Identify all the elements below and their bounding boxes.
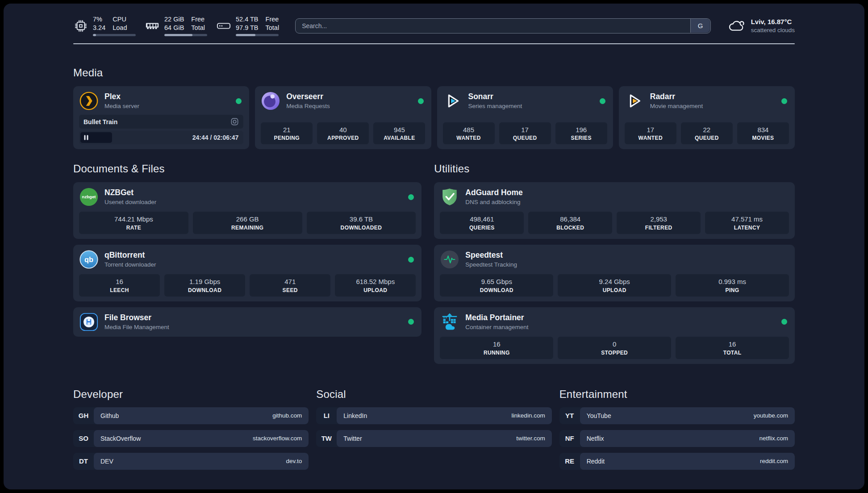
- documents-cards: nzbgetNZBGetUsenet downloader744.21 Mbps…: [73, 182, 421, 337]
- bookmark-name: Netflix: [587, 435, 604, 442]
- stat-box: 47.571 msLATENCY: [705, 212, 789, 234]
- bookmark-reddit[interactable]: RERedditreddit.com: [559, 453, 795, 470]
- service-card-radarr[interactable]: RadarrMovie management17WANTED22QUEUED83…: [619, 86, 795, 149]
- stat-box: 471SEED: [250, 274, 330, 297]
- bookmark-abbr: LI: [316, 407, 337, 424]
- stat-label: PENDING: [263, 135, 311, 141]
- cpu-stat-text: 7%: [93, 15, 105, 24]
- stat-value: 9.24 Gbps: [559, 278, 669, 286]
- stat-value: 39.6 TB: [309, 215, 414, 224]
- disk-stat-text: 52.4 TB: [236, 15, 259, 24]
- service-card-speedtest[interactable]: SpeedtestSpeedtest Tracking9.65 GbpsDOWN…: [434, 245, 795, 301]
- service-card-sonarr[interactable]: SonarrSeries management485WANTED17QUEUED…: [437, 86, 613, 149]
- service-title: Sonarr: [468, 92, 522, 101]
- disk-stat-text: Total: [266, 24, 280, 32]
- service-title: NZBGet: [104, 188, 156, 197]
- bookmark-group-developer: DeveloperGHGithubgithub.comSOStackOverfl…: [73, 388, 309, 470]
- bookmark-stackoverflow[interactable]: SOStackOverflowstackoverflow.com: [73, 430, 309, 447]
- status-dot-online: [781, 98, 787, 104]
- stat-label: REMAINING: [195, 225, 300, 231]
- dashboard: 7%3.24CPULoad22 GiB64 GiBFreeTotal52.4 T…: [4, 4, 864, 489]
- stat-label: APPROVED: [319, 135, 367, 141]
- search-bar[interactable]: G: [295, 18, 711, 33]
- stat-box: 16TOTAL: [676, 337, 789, 359]
- stat-value: 834: [739, 126, 787, 134]
- section-title-media: Media: [73, 67, 795, 79]
- pause-icon[interactable]: [84, 135, 88, 140]
- bookmark-github[interactable]: GHGithubgithub.com: [73, 407, 309, 424]
- service-subtitle: Media File Management: [104, 324, 169, 331]
- bookmark-linkedin[interactable]: LILinkedInlinkedin.com: [316, 407, 551, 424]
- service-card-file-browser[interactable]: File BrowserMedia File Management: [73, 307, 421, 337]
- disk-stat-text: Free: [266, 15, 280, 24]
- stat-box: 9.24 GbpsUPLOAD: [558, 274, 671, 297]
- stat-value: 17: [501, 126, 549, 134]
- status-dot-online: [236, 98, 242, 104]
- stat-value: 485: [445, 126, 493, 134]
- stat-box: 485WANTED: [443, 122, 495, 145]
- bookmark-netflix[interactable]: NFNetflixnetflix.com: [559, 430, 795, 447]
- service-subtitle: Media server: [104, 103, 139, 110]
- service-subtitle: Container management: [465, 324, 528, 331]
- status-dot-online: [781, 319, 787, 325]
- bookmark-twitter[interactable]: TWTwittertwitter.com: [316, 430, 551, 447]
- memory-stat-text: Total: [191, 24, 205, 32]
- qbittorrent-logo: qb: [79, 250, 99, 269]
- disk-stat: 52.4 TB97.9 TBFreeTotal: [216, 15, 279, 36]
- service-card-qbittorrent[interactable]: qbqBittorrentTorrent downloader16LEECH1.…: [73, 245, 421, 301]
- cpu-stat-text: CPU: [113, 15, 127, 24]
- service-card-overseerr[interactable]: OverseerrMedia Requests21PENDING40APPROV…: [255, 86, 431, 149]
- service-card-nzbget[interactable]: nzbgetNZBGetUsenet downloader744.21 Mbps…: [73, 182, 421, 239]
- stat-value: 16: [81, 278, 158, 286]
- memory-stat-text: 22 GiB: [164, 15, 184, 24]
- stat-box: 498,461QUERIES: [440, 212, 524, 234]
- stat-value: 86,384: [530, 215, 610, 224]
- stat-value: 17: [626, 126, 675, 134]
- stat-box: 0STOPPED: [558, 337, 671, 359]
- mid-sections: Documents & Files nzbgetNZBGetUsenet dow…: [73, 163, 795, 363]
- stat-label: DOWNLOAD: [166, 287, 243, 293]
- service-subtitle: Series management: [468, 103, 522, 110]
- stat-label: UPLOAD: [559, 287, 669, 293]
- weather-location: Lviv, 16.87°C: [751, 17, 795, 26]
- bookmark-abbr: RE: [559, 453, 580, 470]
- search-input[interactable]: [295, 18, 711, 33]
- radarr-logo: [625, 91, 644, 111]
- service-card-media-portainer[interactable]: Media PortainerContainer management16RUN…: [434, 307, 795, 364]
- status-dot-online: [600, 98, 605, 104]
- bookmark-youtube[interactable]: YTYouTubeyoutube.com: [559, 407, 795, 424]
- stat-value: 16: [442, 340, 551, 349]
- stat-box: 196SERIES: [555, 122, 607, 145]
- stat-label: RATE: [81, 225, 187, 231]
- stat-value: 40: [319, 126, 367, 134]
- bookmark-group-social: SocialLILinkedInlinkedin.comTWTwittertwi…: [316, 388, 551, 470]
- bookmark-abbr: GH: [73, 407, 94, 424]
- service-card-adguard-home[interactable]: AdGuard HomeDNS and adblocking498,461QUE…: [434, 182, 795, 239]
- nzbget-logo: nzbget: [79, 187, 99, 207]
- player-progress-fill: [80, 132, 112, 143]
- stat-box: 22QUEUED: [681, 122, 733, 145]
- bookmark-url: github.com: [272, 412, 302, 419]
- stat-box: 40APPROVED: [317, 122, 369, 145]
- stat-label: UPLOAD: [337, 287, 414, 293]
- stat-value: 196: [557, 126, 605, 134]
- stat-value: 1.19 Gbps: [166, 278, 243, 286]
- header: 7%3.24CPULoad22 GiB64 GiBFreeTotal52.4 T…: [73, 15, 795, 36]
- bookmark-dev[interactable]: DTDEVdev.to: [73, 453, 309, 470]
- stat-label: MOVIES: [739, 135, 787, 141]
- section-title-developer: Developer: [73, 388, 309, 401]
- camera-icon[interactable]: [230, 117, 239, 126]
- service-card-plex[interactable]: PlexMedia serverBullet Train24:44 / 02:0…: [73, 86, 249, 149]
- status-dot-online: [408, 319, 414, 325]
- service-subtitle: Movie management: [650, 103, 703, 110]
- now-playing-widget: Bullet Train24:44 / 02:06:47: [79, 115, 243, 144]
- bookmark-url: netflix.com: [759, 435, 788, 442]
- stat-label: QUEUED: [683, 135, 731, 141]
- bookmark-name: LinkedIn: [343, 412, 367, 419]
- search-provider-button[interactable]: G: [690, 19, 710, 33]
- stat-value: 498,461: [442, 215, 522, 224]
- cpu-icon: [73, 19, 88, 33]
- service-subtitle: Usenet downloader: [104, 199, 156, 206]
- memory-usage-bar: [164, 34, 207, 36]
- memory-stat: 22 GiB64 GiBFreeTotal: [145, 15, 207, 36]
